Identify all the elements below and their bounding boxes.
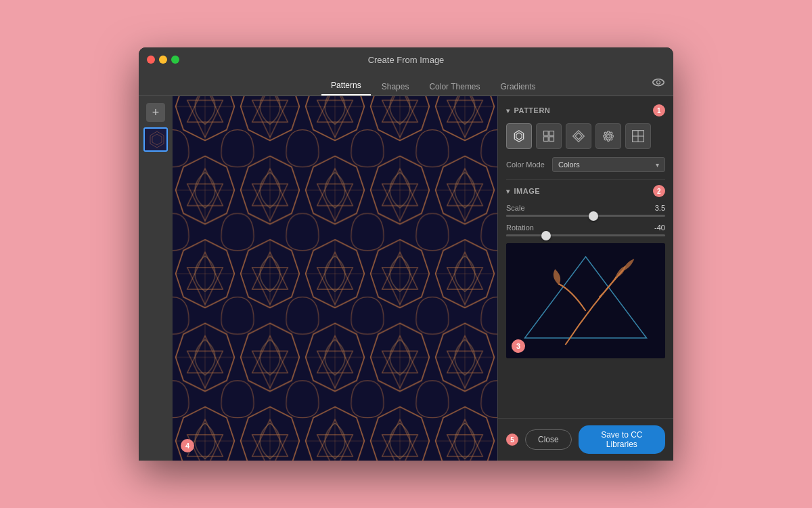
color-mode-value: Colors [558,161,580,169]
scale-label: Scale [506,204,525,212]
preview-eye-icon[interactable] [652,75,665,92]
maximize-window-btn[interactable] [171,56,179,64]
pattern-section-header: ▾ PATTERN 1 [506,104,665,117]
svg-point-22 [607,131,609,133]
pattern-icon-diamond[interactable] [566,123,591,149]
pattern-icons-group [506,123,665,149]
save-to-cc-libraries-button[interactable]: Save to CC Libraries [579,425,665,454]
svg-point-28 [604,138,606,140]
color-mode-dropdown[interactable]: Colors ▾ [552,157,665,172]
svg-rect-18 [549,137,554,142]
scale-row: Scale 3.5 [506,204,665,212]
scale-track[interactable] [506,215,665,217]
color-mode-label: Color Mode [506,161,547,169]
badge-4: 4 [181,439,194,452]
rotation-thumb[interactable] [541,231,551,240]
main-window: Create From Image Patterns Shapes Color … [139,47,673,461]
dropdown-arrow-icon: ▾ [656,161,659,169]
svg-point-23 [607,139,609,141]
rotation-track[interactable] [506,234,665,236]
add-button[interactable]: + [146,103,165,122]
right-panel-scroll[interactable]: ▾ PATTERN 1 [498,96,673,418]
svg-point-26 [604,132,606,134]
window-controls [147,56,179,64]
svg-rect-33 [506,243,665,358]
image-preview: 3 [506,243,665,358]
svg-point-27 [610,132,612,134]
pattern-icon-flower[interactable] [595,123,621,149]
rotation-fill [506,234,546,236]
scale-slider-container: Scale 3.5 [506,204,665,217]
pattern-chevron: ▾ [506,107,510,114]
bottom-bar: 5 Close Save to CC Libraries [498,418,673,461]
tab-patterns[interactable]: Patterns [321,77,371,96]
scale-value: 3.5 [655,204,665,212]
rotation-value: -40 [654,224,665,232]
svg-marker-14 [516,133,522,140]
scale-fill [506,215,593,217]
scale-thumb[interactable] [589,211,598,221]
pattern-icon-grid[interactable] [536,123,562,149]
close-button[interactable]: Close [525,429,572,450]
tab-gradients[interactable]: Gradients [491,78,545,96]
badge-5: 5 [506,433,518,446]
preview-image [506,243,665,358]
rotation-label: Rotation [506,224,534,232]
svg-marker-20 [575,133,582,140]
pattern-thumbnail[interactable] [143,127,168,152]
window-title: Create From Image [368,55,445,65]
svg-point-1 [657,81,660,84]
tabbar: Patterns Shapes Color Themes Gradients [139,72,673,96]
badge-2: 2 [653,185,665,197]
close-window-btn[interactable] [147,56,155,64]
svg-point-25 [611,135,613,137]
svg-rect-17 [544,137,549,142]
titlebar: Create From Image [139,47,673,72]
image-chevron: ▾ [506,188,510,195]
svg-point-24 [604,135,606,137]
badge-3: 3 [512,339,525,353]
tab-color-themes[interactable]: Color Themes [420,78,489,96]
image-section-header: ▾ IMAGE 2 [506,185,665,197]
rotation-row: Rotation -40 [506,224,665,232]
svg-rect-2 [145,129,166,150]
minimize-window-btn[interactable] [159,56,167,64]
svg-rect-11 [173,96,497,461]
color-mode-row: Color Mode Colors ▾ [506,157,665,172]
svg-point-21 [607,135,610,138]
pattern-icon-hex[interactable] [506,123,532,149]
image-section-label: IMAGE [514,187,541,195]
svg-rect-15 [544,131,549,136]
pattern-section-label: PATTERN [514,106,551,114]
right-panel: ▾ PATTERN 1 [497,96,673,461]
svg-rect-16 [549,131,554,136]
main-content: + 4 [139,96,673,461]
left-sidebar: + [139,96,173,461]
pattern-area: 4 [173,96,497,461]
pattern-icon-square[interactable] [625,123,651,149]
rotation-slider-container: Rotation -40 [506,224,665,236]
pattern-preview [173,96,497,461]
svg-point-29 [610,138,612,140]
badge-1: 1 [653,104,665,117]
tab-shapes[interactable]: Shapes [372,78,419,96]
section-divider-1 [506,179,665,179]
